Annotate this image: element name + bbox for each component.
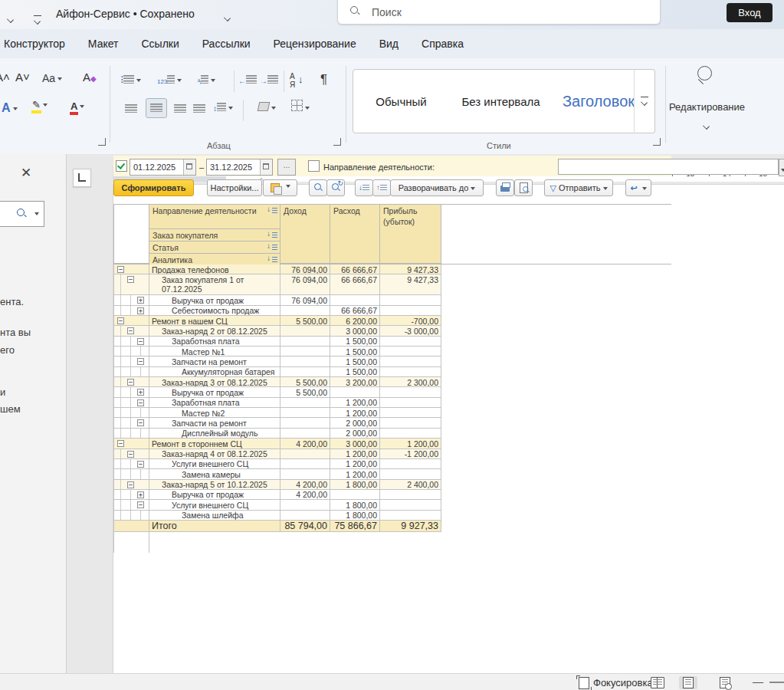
- print-layout-button[interactable]: [679, 676, 697, 689]
- justify-button[interactable]: [193, 103, 205, 115]
- collapse-icon[interactable]: −: [137, 461, 144, 468]
- collapse-icon[interactable]: −: [127, 451, 134, 458]
- table-row[interactable]: −Продажа телефонов76 094,0066 666,679 42…: [113, 264, 441, 274]
- date-to-field[interactable]: 31.12.2025: [206, 159, 273, 176]
- align-center-button[interactable]: [146, 98, 167, 118]
- clear-formatting-button[interactable]: A◆: [83, 71, 97, 84]
- table-row[interactable]: Замена шлейфа1 800,00: [113, 511, 441, 521]
- text-effects-button[interactable]: A: [2, 101, 18, 115]
- expand-icon[interactable]: +: [137, 491, 144, 498]
- table-row[interactable]: −Заказ покупателя 1 от 07.12.202576 094,…: [113, 274, 441, 295]
- expand-icon[interactable]: +: [137, 297, 144, 304]
- sort-icon[interactable]: ↓: [267, 232, 277, 238]
- increase-indent-button[interactable]: →: [260, 74, 278, 86]
- ribbon-tab-4[interactable]: Рассылки: [202, 38, 251, 50]
- table-row[interactable]: −Заработная плата персонала1 200,00: [113, 398, 441, 408]
- zoom-slider[interactable]: [769, 682, 784, 683]
- numbering-button[interactable]: 123: [157, 74, 182, 86]
- style-normal[interactable]: Обычный: [353, 95, 449, 108]
- settings-button[interactable]: Настройки...: [207, 179, 262, 196]
- pane-search-dropdown-icon[interactable]: [34, 212, 39, 215]
- expand-icon[interactable]: +: [137, 307, 144, 314]
- column-header-profit[interactable]: Прибыль (убыток): [380, 205, 441, 264]
- table-row[interactable]: −Заказ-наряд 2 от 08.12.20253 000,00-3 0…: [113, 326, 441, 336]
- collapse-icon[interactable]: −: [117, 440, 124, 447]
- direction-dropdown-button[interactable]: [779, 159, 784, 176]
- row-header-1[interactable]: Направление деятельности↓: [149, 205, 280, 229]
- grow-font-button[interactable]: A˄: [0, 71, 10, 84]
- shading-button[interactable]: [258, 101, 276, 113]
- sort-icon[interactable]: ↓: [267, 207, 277, 214]
- tab-stop-selector[interactable]: [73, 169, 91, 187]
- bullets-button[interactable]: ⁝: [120, 74, 141, 86]
- paragraph-dialog-launcher-icon[interactable]: [333, 138, 341, 146]
- table-row[interactable]: −Ремонт в нашем СЦ5 500,006 200,00-700,0…: [113, 316, 441, 326]
- table-row[interactable]: −Запчасти на ремонт1 500,00: [113, 356, 441, 366]
- style-no-spacing[interactable]: Без интервала: [449, 95, 553, 108]
- read-mode-button[interactable]: [648, 676, 667, 689]
- refresh-search-button[interactable]: ↻: [326, 179, 345, 196]
- table-row[interactable]: Мастер №21 200,00: [113, 408, 441, 418]
- collapse-icon[interactable]: −: [127, 276, 134, 283]
- row-header-4[interactable]: Аналитика↓: [149, 254, 280, 265]
- collapse-icon[interactable]: −: [127, 481, 134, 488]
- table-row[interactable]: −Ремонт в стороннем СЦ4 200,003 000,001 …: [113, 439, 441, 449]
- align-left-button[interactable]: [125, 103, 137, 115]
- expand-icon[interactable]: +: [137, 389, 144, 396]
- table-row[interactable]: −Заработная плата персонала1 500,00: [113, 337, 441, 347]
- table-row[interactable]: −Заказ-наряд 4 от 08.12.20251 200,00-1 2…: [113, 449, 441, 459]
- pilcrow-button[interactable]: ¶: [320, 72, 327, 87]
- focus-mode-button[interactable]: Фокусировка: [593, 677, 653, 688]
- period-more-button[interactable]: ...: [277, 159, 296, 176]
- print-button[interactable]: [496, 179, 514, 196]
- ribbon-tab-1[interactable]: Конструктор: [4, 38, 65, 50]
- shrink-font-button[interactable]: A˅: [15, 71, 30, 84]
- collapse-icon[interactable]: −: [117, 266, 124, 273]
- calendar-icon[interactable]: [183, 159, 195, 175]
- line-spacing-button[interactable]: ↕: [213, 101, 233, 113]
- calendar-icon[interactable]: [260, 159, 272, 175]
- styles-gallery-more-button[interactable]: [634, 69, 655, 133]
- ribbon-tab-5[interactable]: Рецензирование: [274, 38, 356, 50]
- date-from-field[interactable]: 01.12.2025: [130, 159, 196, 176]
- table-row[interactable]: −Запчасти на ремонт2 000,00: [113, 418, 441, 428]
- align-right-button[interactable]: [174, 103, 186, 115]
- font-dialog-launcher-icon[interactable]: [98, 138, 106, 146]
- collapse-icon[interactable]: −: [127, 379, 134, 386]
- ribbon-tab-3[interactable]: Ссылки: [141, 38, 179, 50]
- style-heading[interactable]: Заголовок: [553, 93, 645, 110]
- sort-button[interactable]: АЯ↓: [290, 72, 295, 89]
- table-row[interactable]: −Услуги внешнего СЦ1 200,00: [113, 459, 441, 469]
- direction-input[interactable]: [558, 159, 779, 175]
- quick-access-toolbar-icon[interactable]: [34, 18, 41, 24]
- print-preview-button[interactable]: [514, 179, 533, 196]
- column-header-expense[interactable]: Расход: [330, 205, 380, 264]
- collapse-icon[interactable]: −: [137, 501, 144, 508]
- zoom-out-button[interactable]: —: [753, 675, 763, 688]
- autosave-chevron-icon[interactable]: [8, 16, 14, 22]
- table-row[interactable]: Аккумуляторная батарея1 500,00: [113, 367, 441, 377]
- change-case-button[interactable]: Aa: [42, 72, 62, 84]
- period-checkbox[interactable]: [116, 160, 127, 172]
- collapse-icon[interactable]: −: [137, 338, 144, 345]
- collapse-icon[interactable]: −: [137, 399, 144, 406]
- table-row[interactable]: +Выручка от продаж5 500,00: [113, 387, 441, 397]
- direction-checkbox[interactable]: [308, 160, 320, 172]
- title-dropdown-icon[interactable]: [225, 15, 231, 21]
- find-in-report-button[interactable]: [309, 179, 327, 196]
- table-row[interactable]: +Выручка от продаж4 200,00: [113, 490, 441, 500]
- expand-rows-button[interactable]: ↑: [372, 179, 391, 196]
- table-row[interactable]: Дисплейный модуль2 000,00: [113, 429, 441, 439]
- row-header-3[interactable]: Статья↓: [149, 242, 280, 254]
- close-pane-icon[interactable]: ✕: [19, 166, 33, 180]
- column-header-income[interactable]: Доход: [280, 205, 330, 264]
- highlight-color-button[interactable]: ✎: [32, 98, 48, 110]
- focus-mode-icon[interactable]: [579, 677, 589, 689]
- table-row[interactable]: +Себестоимость продаж66 666,67: [113, 306, 441, 316]
- web-layout-button[interactable]: [716, 676, 734, 689]
- history-button[interactable]: ↩: [625, 179, 651, 196]
- table-row[interactable]: −Заказ-наряд 5 от 10.12.20254 200,001 80…: [113, 480, 441, 490]
- table-row[interactable]: +Выручка от продаж76 094,00: [113, 295, 441, 305]
- pane-search-box[interactable]: [0, 201, 44, 227]
- generate-button[interactable]: Сформировать: [113, 179, 194, 196]
